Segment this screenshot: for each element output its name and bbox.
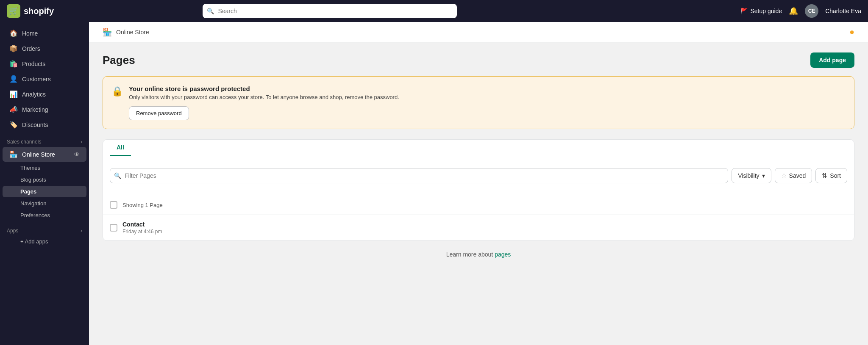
sidebar-sub-preferences[interactable]: Preferences (3, 210, 86, 221)
pages-card: All 🔍 Visibility ▾ ☆ (103, 139, 854, 241)
filter-pages-input[interactable] (110, 168, 728, 183)
search-bar: 🔍 (203, 4, 457, 18)
sort-icon: ⇅ (822, 172, 827, 179)
lock-icon: 🔒 (111, 86, 123, 120)
avatar[interactable]: CE (805, 4, 818, 18)
saved-button[interactable]: ☆ Saved (775, 168, 812, 183)
sales-channels-chevron[interactable]: › (81, 139, 82, 145)
saved-label: Saved (789, 172, 806, 179)
search-icon: 🔍 (207, 8, 214, 14)
topbar-right: 🚩 Setup guide 🔔 CE Charlotte Eva (740, 4, 861, 18)
alert-title: Your online store is password protected (129, 85, 399, 92)
page-title: Pages (103, 54, 135, 67)
visibility-label: Visibility (738, 172, 759, 179)
sidebar-add-apps[interactable]: + Add apps (3, 236, 86, 247)
sidebar-item-customers-label: Customers (22, 76, 51, 83)
footer-note: Learn more about pages (103, 251, 854, 258)
visibility-button[interactable]: Visibility ▾ (732, 168, 771, 183)
user-name[interactable]: Charlotte Eva (825, 8, 861, 14)
filter-search: 🔍 (110, 168, 728, 183)
sidebar-sub-pages[interactable]: Pages (3, 186, 86, 197)
flag-icon: 🚩 (740, 8, 748, 14)
products-icon: 🛍️ (9, 60, 18, 68)
search-input[interactable] (203, 4, 457, 18)
alert-content: Your online store is password protected … (129, 85, 399, 120)
shopify-logo-icon: 🛒 (7, 4, 20, 18)
eye-icon: 👁 (74, 151, 80, 158)
apps-section: Apps › (0, 223, 89, 235)
main-content: 🏪 Online Store ● Pages Add page 🔒 Your o… (89, 22, 868, 345)
visibility-chevron-icon: ▾ (762, 172, 765, 179)
orders-icon: 📦 (9, 44, 18, 52)
apps-label: Apps (7, 228, 18, 234)
sidebar-item-orders-label: Orders (22, 45, 40, 52)
showing-count: Showing 1 Page (122, 202, 163, 208)
sales-channels-section: Sales channels › (0, 134, 89, 146)
customers-icon: 👤 (9, 75, 18, 83)
star-icon: ☆ (781, 172, 787, 179)
main-inner: Pages Add page 🔒 Your online store is pa… (89, 42, 868, 268)
online-store-icon: 🏪 (9, 150, 18, 158)
alert-description: Only visitors with your password can acc… (129, 94, 399, 100)
store-header-icon: 🏪 (103, 28, 112, 37)
sort-label: Sort (830, 172, 841, 179)
sort-button[interactable]: ⇅ Sort (815, 168, 847, 183)
notifications-button[interactable]: 🔔 (789, 6, 798, 16)
row-content: Contact Friday at 4:46 pm (122, 221, 162, 235)
row-title: Contact (122, 221, 162, 228)
marketing-icon: 📣 (9, 105, 18, 113)
page-header-bar: 🏪 Online Store ● (89, 22, 868, 42)
setup-guide-label: Setup guide (750, 8, 782, 14)
add-page-button[interactable]: Add page (810, 52, 854, 68)
sidebar-item-products[interactable]: 🛍️ Products (3, 56, 86, 71)
tabs-container: All (103, 140, 854, 156)
sidebar-item-marketing-label: Marketing (22, 106, 48, 113)
password-alert: 🔒 Your online store is password protecte… (103, 76, 854, 129)
row-subtitle: Friday at 4:46 pm (122, 229, 162, 235)
sidebar-item-marketing[interactable]: 📣 Marketing (3, 102, 86, 117)
discounts-icon: 🏷️ (9, 121, 18, 129)
footer-pages-link[interactable]: pages (495, 251, 511, 258)
sales-channels-label: Sales channels (7, 139, 41, 145)
sidebar-sub-navigation[interactable]: Navigation (3, 198, 86, 209)
apps-chevron[interactable]: › (81, 228, 82, 234)
analytics-icon: 📊 (9, 90, 18, 98)
sidebar-sub-themes[interactable]: Themes (3, 162, 86, 174)
filter-bar: 🔍 Visibility ▾ ☆ Saved ⇅ (110, 168, 847, 183)
select-all-checkbox[interactable] (110, 201, 117, 209)
sidebar-item-home-label: Home (22, 30, 38, 37)
sidebar-item-online-store[interactable]: 🏪 Online Store 👁 (3, 147, 86, 162)
sidebar-item-discounts-label: Discounts (22, 121, 48, 128)
notification-dot: ● (849, 27, 854, 37)
sidebar-item-orders[interactable]: 📦 Orders (3, 41, 86, 56)
row-checkbox[interactable] (110, 224, 117, 232)
topbar: 🛒 shopify 🔍 🚩 Setup guide 🔔 CE Charlotte… (0, 0, 868, 22)
sidebar-item-discounts[interactable]: 🏷️ Discounts (3, 117, 86, 132)
sidebar-item-analytics[interactable]: 📊 Analytics (3, 87, 86, 102)
remove-password-button[interactable]: Remove password (129, 106, 189, 120)
sidebar-sub-blog-posts[interactable]: Blog posts (3, 174, 86, 185)
sidebar-item-products-label: Products (22, 61, 45, 67)
tabs: All (110, 140, 847, 156)
logo-text: shopify (24, 6, 54, 16)
online-store-label: Online Store (22, 151, 55, 158)
sidebar-item-customers[interactable]: 👤 Customers (3, 72, 86, 86)
title-row: Pages Add page (103, 52, 854, 68)
footer-text: Learn more about (446, 251, 495, 258)
table-header: Showing 1 Page (103, 195, 854, 215)
sidebar-item-analytics-label: Analytics (22, 91, 46, 98)
setup-guide-button[interactable]: 🚩 Setup guide (740, 8, 782, 14)
search-wrap: 🔍 (203, 4, 457, 18)
store-header-name: Online Store (116, 29, 149, 36)
home-icon: 🏠 (9, 29, 18, 37)
logo[interactable]: 🛒 shopify (7, 4, 58, 18)
layout: 🏠 Home 📦 Orders 🛍️ Products 👤 Customers … (0, 22, 868, 345)
table-row[interactable]: Contact Friday at 4:46 pm (103, 215, 854, 240)
sidebar: 🏠 Home 📦 Orders 🛍️ Products 👤 Customers … (0, 22, 89, 345)
tab-all[interactable]: All (110, 140, 131, 156)
filter-search-icon: 🔍 (114, 172, 121, 179)
filter-bar-container: 🔍 Visibility ▾ ☆ Saved ⇅ (103, 163, 854, 195)
sidebar-item-home[interactable]: 🏠 Home (3, 26, 86, 41)
